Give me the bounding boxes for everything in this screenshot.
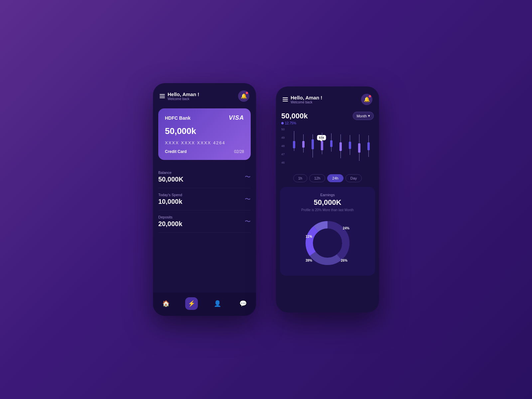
card-bank-name: HDFC Bank <box>165 115 191 121</box>
deposits-value: 20,000k <box>158 220 182 228</box>
candlestick-chart: 50 49 48 47 46 <box>281 128 374 171</box>
candle-9 <box>364 128 372 164</box>
filter-24h[interactable]: 24h <box>327 174 343 182</box>
filter-12h[interactable]: 12h <box>309 174 325 182</box>
candle-1 <box>290 128 298 164</box>
balance-value: 50,000K <box>158 176 184 183</box>
header-title: Hello, Aman ! Welcome back <box>168 91 199 101</box>
candle-6 <box>336 128 344 164</box>
header-2: Hello, Aman ! Welcome back 🔔 <box>276 86 379 108</box>
earnings-subtitle: Profile is 20% More than last Month <box>285 208 370 212</box>
spend-wave-icon: 〜 <box>245 195 251 203</box>
candle-2 <box>299 128 307 164</box>
card-type: Credit Card <box>165 149 187 154</box>
spend-label: Today's Spend <box>158 193 182 197</box>
hamburger-icon[interactable] <box>160 94 165 98</box>
earnings-amount: 50,000K <box>285 198 370 207</box>
header-left: Hello, Aman ! Welcome back <box>160 91 199 101</box>
filter-day[interactable]: Day <box>345 174 362 182</box>
deposits-label: Deposits <box>158 215 182 219</box>
subtitle-text: Welcome back <box>168 97 199 101</box>
donut-inner <box>314 230 341 256</box>
spend-value: 10,000k <box>158 198 182 205</box>
earnings-card: Earnings 50,000K Profile is 20% More tha… <box>280 187 375 276</box>
greeting-text: Hello, Aman ! <box>168 91 199 97</box>
donut-label-39: 39% <box>306 259 312 262</box>
donut-label-24: 24% <box>343 226 349 230</box>
notification-button[interactable]: 🔔 <box>238 90 249 102</box>
candle-tooltip: 574 <box>318 128 326 164</box>
phone-2: Hello, Aman ! Welcome back 🔔 50,000k 12.… <box>276 86 379 313</box>
y-label-46: 46 <box>281 161 285 164</box>
badge-value: 12.75% <box>285 121 296 125</box>
stat-balance: Balance 50,000K <box>158 171 184 183</box>
deposits-wave-icon: 〜 <box>245 217 251 225</box>
donut-label-26: 26% <box>341 259 347 262</box>
stat-spend: Today's Spend 10,000k <box>158 193 182 205</box>
chevron-down-icon: ▾ <box>368 114 370 118</box>
y-label-50: 50 <box>281 128 285 131</box>
stats-section: Balance 50,000K 〜 Today's Spend 10,000k … <box>153 166 256 233</box>
nav-chat[interactable]: 💬 <box>237 297 249 310</box>
phone-1: Hello, Aman ! Welcome back 🔔 HDFC Bank V… <box>153 83 256 316</box>
chart-amount: 50,000k <box>281 112 308 120</box>
chart-canvas: 574 <box>289 128 374 164</box>
time-filters: 1h 12h 24h Day <box>281 171 374 185</box>
candle-5 <box>327 128 335 164</box>
card-top: HDFC Bank VISA <box>165 114 244 121</box>
subtitle-text-2: Welcome back <box>291 100 322 104</box>
header-1: Hello, Aman ! Welcome back 🔔 <box>153 83 256 105</box>
nav-profile[interactable]: 👤 <box>211 297 224 310</box>
month-dropdown[interactable]: Month ▾ <box>353 112 374 120</box>
candle-3 <box>309 128 317 164</box>
filter-1h[interactable]: 1h <box>293 174 307 182</box>
notification-dot <box>246 92 248 94</box>
chart-section: 50,000k 12.75% Month ▾ 50 49 48 47 46 <box>276 108 379 185</box>
badge-dot <box>281 122 284 124</box>
greeting-text-2: Hello, Aman ! <box>291 95 322 100</box>
chart-badge: 12.75% <box>281 121 308 125</box>
stat-deposits: Deposits 20,000k <box>158 215 182 228</box>
candle-8 <box>355 128 363 164</box>
card-amount: 50,000k <box>165 126 244 136</box>
nav-home[interactable]: 🏠 <box>160 297 172 310</box>
balance-label: Balance <box>158 171 184 175</box>
card-number: XXXX XXXX XXXX 4264 <box>165 140 244 145</box>
y-label-48: 48 <box>281 144 285 148</box>
stat-row-spend: Today's Spend 10,000k 〜 <box>158 188 251 210</box>
card-expiry: 02/28 <box>234 149 244 154</box>
donut-chart: 11% 24% 26% 39% <box>301 216 354 270</box>
card-brand: VISA <box>229 114 244 121</box>
balance-wave-icon: 〜 <box>245 173 251 181</box>
stat-row-deposits: Deposits 20,000k 〜 <box>158 210 251 233</box>
month-label: Month <box>356 114 367 118</box>
bottom-nav: 🏠 ⚡ 👤 💬 <box>153 293 256 316</box>
nav-activity[interactable]: ⚡ <box>185 297 198 310</box>
earnings-title: Earnings <box>285 193 370 197</box>
notification-dot-2 <box>369 95 371 97</box>
donut-label-11: 11% <box>306 235 312 238</box>
stat-row-balance: Balance 50,000K 〜 <box>158 166 251 188</box>
header-left-2: Hello, Aman ! Welcome back <box>283 95 322 104</box>
header-title-2: Hello, Aman ! Welcome back <box>291 95 322 104</box>
notification-button-2[interactable]: 🔔 <box>361 94 372 105</box>
card-footer: Credit Card 02/28 <box>165 149 244 154</box>
hamburger-icon-2[interactable] <box>283 97 288 101</box>
chart-header: 50,000k 12.75% Month ▾ <box>281 112 374 125</box>
y-label-47: 47 <box>281 153 285 156</box>
y-label-49: 49 <box>281 136 285 139</box>
chart-info: 50,000k 12.75% <box>281 112 308 125</box>
candle-7 <box>346 128 354 164</box>
y-axis-labels: 50 49 48 47 46 <box>281 128 285 164</box>
credit-card: HDFC Bank VISA 50,000k XXXX XXXX XXXX 42… <box>158 108 251 160</box>
